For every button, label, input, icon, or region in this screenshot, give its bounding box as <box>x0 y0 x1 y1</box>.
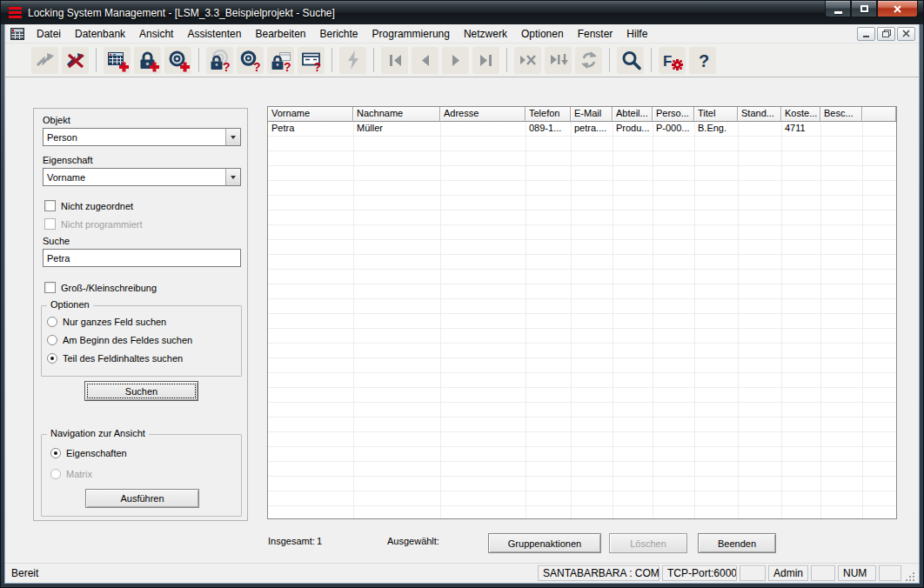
column-header-beschreibung[interactable]: Besc... <box>820 107 862 122</box>
mdi-minimize-button[interactable] <box>857 27 875 41</box>
test-dialog-icon[interactable]: ? <box>298 47 325 74</box>
search-input[interactable] <box>43 249 241 267</box>
titlebar[interactable]: Locking System Management - [LSM_3.3_Bei… <box>1 1 923 24</box>
read-lock-icon[interactable]: ? <box>267 47 294 74</box>
minimize-icon <box>863 36 869 37</box>
disconnect-icon[interactable] <box>62 47 89 74</box>
menu-assistenten[interactable]: Assistenten <box>180 26 248 42</box>
nicht-zugeordnet-checkbox[interactable]: Nicht zugeordnet <box>44 200 133 211</box>
menu-fenster[interactable]: Fenster <box>571 26 620 42</box>
chevron-down-icon[interactable] <box>225 129 240 145</box>
close-icon <box>902 30 910 37</box>
cell-email: petra.... <box>571 122 613 137</box>
goto-record-icon <box>545 47 572 74</box>
insgesamt-label: Insgesamt: <box>268 536 315 546</box>
gross-klein-checkbox[interactable]: Groß-/Kleinschreibung <box>44 282 157 293</box>
maximize-icon <box>860 5 868 12</box>
ausgewaehlt-label: Ausgewählt: <box>387 536 439 546</box>
first-record-icon <box>381 47 408 74</box>
column-header-telefon[interactable]: Telefon <box>526 107 571 122</box>
eigenschaft-combobox[interactable]: Vorname <box>43 168 241 186</box>
radio-icon[interactable] <box>47 317 57 327</box>
menu-bearbeiten[interactable]: Bearbeiten <box>248 26 312 42</box>
nicht-programmiert-checkbox: Nicht programmiert <box>44 218 143 230</box>
svg-text:?: ? <box>699 51 709 70</box>
radio-selected-icon[interactable] <box>47 353 57 364</box>
minimize-button[interactable] <box>825 1 851 17</box>
radio-matrix: Matrix <box>50 469 92 479</box>
read-transponder-icon[interactable]: ? <box>237 47 264 74</box>
status-num: NUM <box>838 565 876 581</box>
suchen-button[interactable]: Suchen <box>84 381 198 401</box>
radio-label: Eigenschaften <box>66 448 127 458</box>
checkbox-icon[interactable] <box>44 282 56 293</box>
filter-settings-icon[interactable]: F <box>659 47 686 74</box>
toolbar-separator <box>506 48 507 72</box>
mdi-close-button[interactable] <box>897 27 915 41</box>
column-header-nachname[interactable]: Nachname <box>353 107 440 122</box>
column-header-standort[interactable]: Stand... <box>738 107 781 122</box>
radio-teil-feldinhalt[interactable]: Teil des Feldinhaltes suchen <box>47 353 183 364</box>
close-button[interactable] <box>877 1 918 17</box>
radio-selected-icon[interactable] <box>50 448 61 458</box>
checkbox-icon[interactable] <box>44 200 56 211</box>
column-header-abteilung[interactable]: Abteil... <box>613 107 653 122</box>
beenden-button[interactable]: Beenden <box>698 533 776 553</box>
nicht-programmiert-label: Nicht programmiert <box>61 219 143 230</box>
objekt-combobox[interactable]: Person <box>43 128 241 146</box>
eigenschaft-value: Vorname <box>44 172 225 183</box>
toolbar: ? ? ? ? <box>5 43 919 77</box>
new-locking-system-icon[interactable] <box>104 47 131 74</box>
table-row[interactable]: Petra Müller 089-1... petra.... Produ...… <box>268 122 896 137</box>
cancel-record-icon <box>514 47 541 74</box>
column-header-adresse[interactable]: Adresse <box>440 107 526 122</box>
document-icon <box>10 28 24 40</box>
new-lock-icon[interactable] <box>134 47 161 74</box>
table-header: Vorname Nachname Adresse Telefon E-Mail … <box>268 107 896 122</box>
radio-am-beginn[interactable]: Am Beginn des Feldes suchen <box>47 335 192 345</box>
radio-icon[interactable] <box>47 335 57 345</box>
optionen-groupbox: Optionen Nur ganzes Feld suchen Am Begin… <box>41 305 242 377</box>
menu-programmierung[interactable]: Programmierung <box>365 26 457 42</box>
table-gridlines <box>268 122 896 518</box>
cell-nachname: Müller <box>353 122 440 137</box>
menu-hilfe[interactable]: Hilfe <box>619 26 654 42</box>
optionen-title: Optionen <box>47 299 93 310</box>
status-empty-2 <box>811 565 835 581</box>
chevron-down-icon[interactable] <box>225 169 240 185</box>
toolbar-separator <box>651 48 652 72</box>
column-header-email[interactable]: E-Mail <box>571 107 613 122</box>
menu-berichte[interactable]: Berichte <box>313 26 365 42</box>
help-icon[interactable]: ? <box>689 47 716 74</box>
mdi-restore-button[interactable] <box>877 27 895 41</box>
menu-netzwerk[interactable]: Netzwerk <box>457 26 514 42</box>
new-transponder-icon[interactable] <box>164 47 191 74</box>
column-header-filler <box>862 107 896 122</box>
svg-text:F: F <box>663 53 672 70</box>
ausfuehren-button[interactable]: Ausführen <box>85 489 199 508</box>
objekt-label: Objekt <box>43 115 70 125</box>
maximize-button[interactable] <box>851 1 877 17</box>
gruppenaktionen-button[interactable]: Gruppenaktionen <box>488 533 601 553</box>
cell-vorname: Petra <box>268 122 353 137</box>
column-header-kostenstelle[interactable]: Koste... <box>781 107 820 122</box>
menu-optionen[interactable]: Optionen <box>514 26 571 42</box>
cell-titel: B.Eng. <box>694 122 738 137</box>
column-header-personal[interactable]: Perso... <box>653 107 694 122</box>
radio-ganzes-feld[interactable]: Nur ganzes Feld suchen <box>47 317 166 327</box>
menu-datei[interactable]: Datei <box>30 26 68 42</box>
search-icon[interactable] <box>617 47 644 74</box>
read-lock-network-icon[interactable]: ? <box>206 47 233 74</box>
window-title: Locking System Management - [LSM_3.3_Bei… <box>28 7 825 19</box>
resize-grip-icon[interactable] <box>904 571 916 583</box>
toolbar-separator <box>609 48 610 72</box>
menu-ansicht[interactable]: Ansicht <box>132 26 180 42</box>
status-empty-1 <box>740 565 766 581</box>
column-header-vorname[interactable]: Vorname <box>268 107 353 122</box>
search-panel: Objekt Person Eigenschaft Vorname Nicht … <box>33 108 248 521</box>
cell-telefon: 089-1... <box>526 122 571 137</box>
radio-eigenschaften[interactable]: Eigenschaften <box>50 448 127 458</box>
menu-datenbank[interactable]: Datenbank <box>68 26 132 42</box>
cell-adresse <box>440 122 526 137</box>
column-header-titel[interactable]: Titel <box>694 107 738 122</box>
